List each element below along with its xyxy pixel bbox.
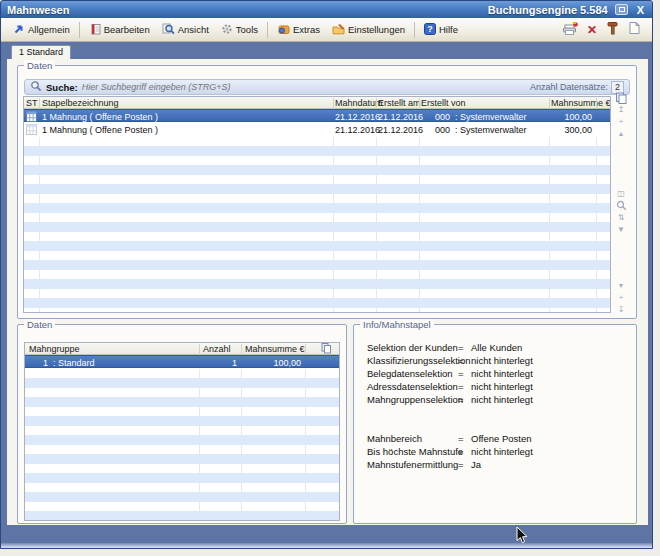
column-header-mahngruppe[interactable]: Mahngruppe <box>29 344 80 354</box>
restore-window-button[interactable] <box>615 4 628 15</box>
cell-mahnsumme: 100,00 <box>529 112 592 122</box>
column-divider <box>376 137 377 313</box>
toolbar-button-tools[interactable]: Tools <box>215 20 264 40</box>
group-label-daten-bottom: Daten <box>24 319 55 330</box>
settings-folder-icon <box>332 23 345 37</box>
mahngruppe-table-header: Mahngruppe Anzahl Mahnsumme € <box>25 343 339 355</box>
column-header-mahnsumme-bottom[interactable]: Mahnsumme € <box>245 344 305 354</box>
toolbar-label: Hilfe <box>439 24 458 35</box>
info-value: nicht hinterlegt <box>471 381 533 392</box>
info-separator: = <box>458 355 464 366</box>
column-header-erstellt-von[interactable]: Erstellt von <box>421 98 466 108</box>
cell-erstellt-am: 21.12.2016 <box>378 125 423 135</box>
empty-rows-area <box>24 137 610 313</box>
delete-icon[interactable]: ✕ <box>587 24 597 36</box>
record-count: Anzahl Datensätze: 2 <box>530 81 624 94</box>
table-side-toolbar: ↥ + ▴ ◫ ⇅ ▼ ▾ + ↧ <box>614 92 628 315</box>
info-label: Adressdatenselektion <box>367 381 458 392</box>
filter-icon[interactable]: ▼ <box>614 224 628 235</box>
cell-mahnsumme: 300,00 <box>529 125 592 135</box>
content-panel: Daten Suche: Anzahl Datensätze: 2 ST Sta… <box>7 59 648 525</box>
toolbar-separator <box>414 22 415 38</box>
column-header-stapelbezeichnung[interactable]: Stapelbezeichnung <box>42 98 119 108</box>
info-separator: = <box>458 459 464 470</box>
info-label: Klassifizierungsselektion <box>367 355 471 366</box>
search-small-icon[interactable] <box>614 200 628 211</box>
columns-icon[interactable]: ◫ <box>614 188 628 199</box>
mahngruppe-row-selected[interactable]: 1 : Standard 1 100,00 <box>25 355 339 368</box>
info-label: Selektion der Kunden <box>367 342 458 353</box>
column-divider <box>596 137 597 313</box>
batch-grid-icon <box>26 124 37 137</box>
record-count-label: Anzahl Datensätze: <box>530 82 608 92</box>
column-divider <box>241 369 242 521</box>
search-input[interactable] <box>82 82 530 92</box>
window-title: Mahnwesen <box>7 4 69 16</box>
sort-icon[interactable]: ⇅ <box>614 212 628 223</box>
info-mahnstapel-group: Info/Mahnstapel Selektion der Kunden=All… <box>353 324 637 524</box>
print-dunning-icon[interactable] <box>562 21 578 39</box>
info-value: Ja <box>471 459 481 470</box>
info-value: nicht hinterlegt <box>471 355 533 366</box>
column-divider <box>39 137 40 313</box>
title-bar: Mahnwesen Buchungsengine 5.584 X <box>1 1 652 18</box>
cell-stapelbezeichnung: 1 Mahnung ( Offene Posten ) <box>42 112 158 122</box>
toolbar-separator <box>267 22 268 38</box>
group-label-daten: Daten <box>24 60 55 71</box>
empty-rows-area <box>25 369 339 521</box>
cell-erstellt-am: 21.12.2016 <box>378 112 423 122</box>
column-divider <box>333 137 334 313</box>
info-label: Mahnstufenermittlung <box>367 459 458 470</box>
info-value: nicht hinterlegt <box>471 394 533 405</box>
go-bottom-icon[interactable]: ↧ <box>614 304 628 315</box>
search-label: Suche: <box>46 82 78 93</box>
cell-mahngruppe: 1 : Standard <box>43 358 95 368</box>
cell-erstellt-von: 000 : Systemverwalter <box>435 125 527 135</box>
toolbar-button-einstellungen[interactable]: Einstellungen <box>326 20 411 40</box>
toolbar-button-extras[interactable]: Extras <box>271 20 326 40</box>
window-bottom-bevel <box>1 543 652 548</box>
app-window: Mahnwesen Buchungsengine 5.584 X Allgeme… <box>0 0 653 549</box>
table-row-selected[interactable]: 1 Mahnung ( Offene Posten ) 21.12.2016 2… <box>24 109 610 122</box>
column-divider <box>419 137 420 313</box>
toolbar-button-bearbeiten[interactable]: Bearbeiten <box>83 20 156 40</box>
toolbar-label: Extras <box>293 24 320 35</box>
extras-box-icon <box>277 23 290 37</box>
copy-grid-icon[interactable] <box>614 92 628 103</box>
info-label: Belegdatenselektion <box>367 368 453 379</box>
toolbar-button-allgemein[interactable]: Allgemein <box>7 20 76 40</box>
table-row[interactable]: 1 Mahnung ( Offene Posten ) 21.12.2016 2… <box>24 123 610 136</box>
cell-stapelbezeichnung: 1 Mahnung ( Offene Posten ) <box>42 125 158 135</box>
app-version-label: Buchungsengine 5.584 <box>488 4 608 16</box>
search-icon <box>30 78 42 96</box>
toolbar-button-hilfe[interactable]: ? Hilfe <box>418 20 464 40</box>
stapel-table: ST Stapelbezeichnung Mahndatum Erstellt … <box>23 96 611 313</box>
info-separator: = <box>458 394 464 405</box>
daten-group-bottom: Daten Mahngruppe Anzahl Mahnsumme € 1 : … <box>17 324 347 524</box>
hammer-icon[interactable] <box>606 21 619 39</box>
mahngruppe-table: Mahngruppe Anzahl Mahnsumme € 1 : Standa… <box>24 342 340 521</box>
column-divider <box>199 369 200 521</box>
toolbar-button-ansicht[interactable]: Ansicht <box>156 20 215 40</box>
tab-standard[interactable]: 1 Standard <box>11 45 71 59</box>
move-up-icon[interactable]: ▴ <box>614 128 628 139</box>
column-header-st[interactable]: ST <box>26 98 38 108</box>
move-down-icon[interactable]: ▾ <box>614 280 628 291</box>
toolbar-label: Tools <box>236 24 258 35</box>
close-window-button[interactable]: X <box>635 4 646 16</box>
go-top-icon[interactable]: ↥ <box>614 104 628 115</box>
column-header-mahnsumme[interactable]: Mahnsumme € <box>551 98 611 108</box>
column-divider <box>305 369 306 521</box>
stapel-table-header: ST Stapelbezeichnung Mahndatum Erstellt … <box>24 97 610 109</box>
mouse-cursor <box>516 526 529 549</box>
column-header-erstellt-am[interactable]: Erstellt am <box>378 98 421 108</box>
info-label: Bis höchste Mahnstufe <box>367 446 463 457</box>
info-separator: = <box>458 381 464 392</box>
column-header-anzahl[interactable]: Anzahl <box>203 344 231 354</box>
cell-mahndatum: 21.12.2016 <box>335 125 380 135</box>
toolbar-label: Allgemein <box>28 24 70 35</box>
new-document-icon[interactable] <box>628 21 640 39</box>
main-toolbar: Allgemein Bearbeiten Ansicht Tools Extra… <box>1 18 652 42</box>
add-row-bottom-icon[interactable]: + <box>614 292 628 303</box>
add-row-icon[interactable]: + <box>614 116 628 127</box>
